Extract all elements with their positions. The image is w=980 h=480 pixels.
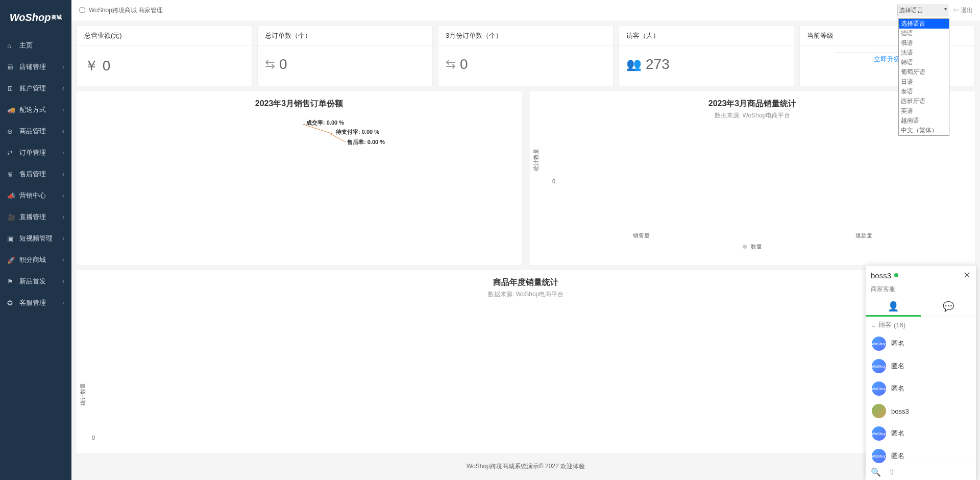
lang-option[interactable]: 德语 bbox=[899, 29, 949, 38]
x-axis-labels: 销售量退款量 bbox=[530, 232, 975, 239]
stat-title: 访客（人） bbox=[619, 26, 794, 46]
chart-legend[interactable]: 数量 bbox=[530, 243, 975, 251]
chart-sales-share: 2023年3月销售订单份额 成交率: 0.00 % 待支付率: 0.00 % 售… bbox=[77, 91, 522, 265]
sidebar-item-8[interactable]: 🎥直播管理‹ bbox=[0, 206, 71, 228]
logo-text: WoShop bbox=[10, 12, 51, 23]
sidebar-item-5[interactable]: ⇄订单管理‹ bbox=[0, 142, 71, 163]
y-axis-label: 统计数量 bbox=[79, 383, 87, 405]
nav-label: 商品管理 bbox=[19, 127, 46, 136]
lang-option[interactable]: 韩语 bbox=[899, 58, 949, 67]
avatar: WoShop bbox=[872, 426, 886, 441]
contact-group-header[interactable]: ⌄ 顾客 (16) bbox=[866, 317, 976, 332]
lang-option[interactable]: 日语 bbox=[899, 77, 949, 87]
sidebar-item-0[interactable]: ⌂主页 bbox=[0, 35, 71, 56]
breadcrumb: 🖵 WoShop跨境商城 商家管理 bbox=[79, 6, 163, 15]
y-axis-tick: 0 bbox=[552, 178, 555, 184]
main: 🖵 WoShop跨境商城 商家管理 选择语言 ▾ ⇦ 退出 选择语言德语俄语法语… bbox=[71, 0, 980, 480]
chevron-left-icon: ‹ bbox=[62, 149, 64, 156]
chevron-left-icon: ‹ bbox=[62, 85, 64, 92]
group-label: 顾客 bbox=[878, 320, 892, 329]
stat-title: 总营业额(元) bbox=[77, 26, 252, 46]
chart-subtitle: 数据来源: WoShop电商平台 bbox=[84, 290, 968, 299]
nav-label: 营销中心 bbox=[19, 191, 46, 200]
logo: WoShop 商城 bbox=[0, 5, 71, 30]
sidebar-item-4[interactable]: ⊕商品管理‹ bbox=[0, 121, 71, 142]
nav-icon: 📣 bbox=[7, 192, 15, 200]
tab-messages[interactable]: 💬 bbox=[921, 298, 976, 317]
avatar: WoShop bbox=[872, 359, 886, 373]
close-icon[interactable]: ✕ bbox=[963, 270, 971, 281]
lang-option[interactable]: 越南语 bbox=[899, 116, 949, 126]
contact-row[interactable]: boss3 bbox=[866, 400, 976, 422]
chat-username: boss3 bbox=[871, 271, 891, 280]
sidebar-item-2[interactable]: 🗓账户管理‹ bbox=[0, 78, 71, 99]
sidebar-item-12[interactable]: ✪客服管理‹ bbox=[0, 292, 71, 314]
lang-option[interactable]: 选择语言 bbox=[899, 19, 949, 29]
sidebar-item-7[interactable]: 📣营销中心‹ bbox=[0, 185, 71, 206]
content: 总营业额(元) ￥ 0 总订单数（个） ⇆ 0 3月份订单数（个） ⇆ bbox=[71, 20, 980, 480]
nav-icon: ⇄ bbox=[7, 149, 15, 157]
person-icon: 👤 bbox=[888, 301, 899, 311]
sidebar-item-1[interactable]: 🏛店铺管理‹ bbox=[0, 56, 71, 78]
nav-icon: ♛ bbox=[7, 171, 15, 178]
tab-contacts[interactable]: 👤 bbox=[866, 298, 921, 317]
search-icon[interactable]: 🔍 bbox=[871, 467, 881, 477]
chevron-left-icon: ‹ bbox=[62, 213, 64, 221]
sidebar-item-3[interactable]: 🚚配送方式‹ bbox=[0, 99, 71, 121]
sidebar-item-10[interactable]: 🚀积分商城‹ bbox=[0, 249, 71, 271]
sidebar-item-9[interactable]: ▣短视频管理‹ bbox=[0, 228, 71, 249]
nav-label: 直播管理 bbox=[19, 212, 46, 222]
language-select-value: 选择语言 bbox=[899, 7, 923, 14]
contact-name: boss3 bbox=[891, 407, 909, 415]
status-online-icon bbox=[894, 273, 898, 277]
nav-label: 售后管理 bbox=[19, 170, 46, 179]
x-axis-tick: 销售量 bbox=[633, 232, 650, 239]
lang-option[interactable]: 法语 bbox=[899, 48, 949, 58]
charts-row: 2023年3月销售订单份额 成交率: 0.00 % 待支付率: 0.00 % 售… bbox=[77, 91, 975, 265]
nav-label: 新品首发 bbox=[19, 277, 46, 286]
lang-option[interactable]: 中文（繁体） bbox=[899, 126, 949, 135]
language-select[interactable]: 选择语言 ▾ bbox=[897, 5, 948, 16]
nav-icon: 🗓 bbox=[7, 85, 15, 92]
contact-row[interactable]: WoShop匿名 bbox=[866, 355, 976, 377]
chevron-left-icon: ‹ bbox=[62, 256, 64, 263]
lang-option[interactable]: 西班牙语 bbox=[899, 97, 949, 106]
contact-list: WoShop匿名WoShop匿名WoShop匿名boss3WoShop匿名WoS… bbox=[866, 332, 976, 464]
avatar: WoShop bbox=[872, 449, 886, 463]
nav-label: 客服管理 bbox=[19, 298, 46, 307]
language-dropdown[interactable]: 选择语言德语俄语法语韩语葡萄牙语日语泰语西班牙语英语越南语中文（繁体） bbox=[898, 18, 949, 136]
sidebar: WoShop 商城 ⌂主页🏛店铺管理‹🗓账户管理‹🚚配送方式‹⊕商品管理‹⇄订单… bbox=[0, 0, 71, 480]
lang-option[interactable]: 葡萄牙语 bbox=[899, 67, 949, 77]
contact-name: 匿名 bbox=[891, 339, 904, 348]
nav-icon: ✪ bbox=[7, 299, 15, 307]
contact-row[interactable]: WoShop匿名 bbox=[866, 445, 976, 464]
pie-label-deal: 成交率: 0.00 % bbox=[306, 119, 344, 127]
sidebar-item-6[interactable]: ♛售后管理‹ bbox=[0, 163, 71, 185]
y-axis-tick: 0 bbox=[92, 435, 95, 441]
pie-label-pending: 待支付率: 0.00 % bbox=[336, 128, 379, 136]
monitor-icon: 🖵 bbox=[79, 6, 86, 14]
lang-option[interactable]: 泰语 bbox=[899, 87, 949, 97]
chat-bubble-icon: 💬 bbox=[943, 301, 954, 311]
chevron-down-icon: ▾ bbox=[944, 6, 947, 12]
nav-label: 订单管理 bbox=[19, 148, 46, 157]
upload-icon[interactable]: ⇧ bbox=[888, 467, 895, 477]
stat-month-orders: 3月份订单数（个） ⇆ 0 bbox=[438, 26, 614, 86]
lang-option[interactable]: 英语 bbox=[899, 106, 949, 116]
contact-row[interactable]: WoShop匿名 bbox=[866, 422, 976, 445]
chat-tabs: 👤 💬 bbox=[866, 298, 976, 317]
contact-name: 匿名 bbox=[891, 384, 904, 393]
nav-label: 短视频管理 bbox=[19, 234, 53, 243]
y-axis-label: 统计数量 bbox=[532, 149, 540, 171]
nav: ⌂主页🏛店铺管理‹🗓账户管理‹🚚配送方式‹⊕商品管理‹⇄订单管理‹♛售后管理‹📣… bbox=[0, 30, 71, 314]
chart-title: 商品年度销量统计 bbox=[84, 277, 968, 288]
nav-icon: ▣ bbox=[7, 235, 15, 243]
contact-row[interactable]: WoShop匿名 bbox=[866, 332, 976, 355]
logout-button[interactable]: ⇦ 退出 bbox=[953, 6, 973, 15]
visitors-icon: 👥 bbox=[626, 57, 642, 71]
lang-option[interactable]: 俄语 bbox=[899, 38, 949, 48]
chevron-left-icon: ‹ bbox=[62, 106, 64, 113]
contact-row[interactable]: WoShop匿名 bbox=[866, 377, 976, 400]
stat-orders: 总订单数（个） ⇆ 0 bbox=[257, 26, 433, 86]
sidebar-item-11[interactable]: ⚑新品首发‹ bbox=[0, 271, 71, 292]
